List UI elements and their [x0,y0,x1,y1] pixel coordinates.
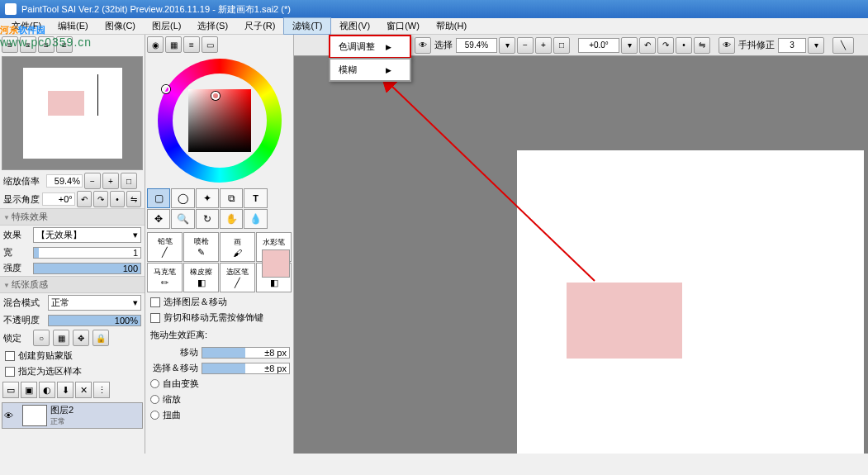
zoom-drop-btn[interactable]: ▾ [499,37,515,54]
navigator[interactable] [2,56,143,170]
color-wheel[interactable] [158,59,282,183]
select-move-row[interactable]: 选择图层＆移动 [145,294,293,310]
align-btn4[interactable]: ≡ [56,36,73,53]
hue-cursor[interactable] [162,85,170,93]
new-mask-btn[interactable]: ◐ [39,382,55,398]
tb-zoom-out[interactable]: − [517,37,534,54]
clip-assign-checkbox[interactable] [5,367,15,377]
tb-zoom-fit[interactable]: □ [553,37,570,54]
free-transform-row[interactable]: 自由变换 [145,376,293,392]
angle-input[interactable] [578,38,619,53]
opacity-slider[interactable]: 100% [48,315,141,326]
color-tab-2[interactable]: ▦ [165,36,182,53]
clip-create-row[interactable]: 创建剪贴蒙版 [0,348,145,363]
tool-wand[interactable]: ✦ [196,188,219,208]
layer-item[interactable]: 👁 图层2 正常 [2,402,143,429]
menu-ruler[interactable]: 尺子(R) [236,18,283,34]
menu-layer[interactable]: 图层(L) [144,18,189,34]
layer-misc-btn[interactable]: ⋮ [93,382,110,398]
scale-radio[interactable] [150,395,159,404]
rotate-radio[interactable] [150,411,159,420]
new-folder-btn[interactable]: ▣ [21,382,37,398]
move-slider[interactable]: ±8 px [202,347,290,359]
zoom-value[interactable]: 59.4% [46,174,83,188]
cut-move-row[interactable]: 剪切和移动无需按修饰键 [145,310,293,325]
align-left-btn[interactable]: ≡ [2,36,18,53]
color-tab-3[interactable]: ≡ [183,36,200,53]
brush-eraser[interactable]: 橡皮擦◧ [183,263,219,292]
tool-move[interactable]: ✥ [147,209,170,229]
tb-zoom-in[interactable]: + [535,37,552,54]
width-slider[interactable]: 1 [33,247,141,259]
menu-select[interactable]: 选择(S) [189,18,236,34]
clip-assign-row[interactable]: 指定为选区样本 [0,363,145,379]
clip-create-checkbox[interactable] [5,351,15,361]
tool-lasso[interactable]: ◯ [171,188,194,208]
eye-btn[interactable]: 👁 [415,37,431,54]
lock-none-btn[interactable]: ○ [33,330,50,346]
foreground-swatch[interactable] [262,249,290,278]
angle-reset-btn[interactable]: • [110,191,125,207]
zoom-out-btn[interactable]: − [84,173,101,189]
brush-selpen[interactable]: 选区笔╱ [220,263,255,292]
tool-rotate[interactable]: ↻ [196,209,219,229]
lock-pixel-btn[interactable]: ▦ [53,330,69,346]
brush-marker[interactable]: 马克笔✏ [147,263,183,292]
lock-move-btn[interactable]: ✥ [73,330,89,346]
stabilize-input[interactable] [778,38,806,53]
filter-blur-item[interactable]: 模糊 ▶ [330,59,410,80]
align-center-btn[interactable]: ≡ [20,36,36,53]
menu-edit[interactable]: 编辑(E) [50,18,97,34]
color-tab-1[interactable]: ◉ [147,36,164,53]
align-right-btn[interactable]: ≡ [38,36,55,53]
texture-header[interactable]: 纸张质感 [0,276,145,293]
tb-eye2[interactable]: 👁 [719,37,735,54]
angle-cw-btn[interactable]: ↷ [93,191,108,207]
menu-file[interactable]: 文件(F) [3,18,50,34]
free-radio[interactable] [150,379,159,388]
scale-row[interactable]: 缩放 [145,392,293,407]
menu-help[interactable]: 帮助(H) [428,18,475,34]
zoom-input[interactable] [456,38,497,53]
tool-eyedrop[interactable]: 💧 [244,209,267,229]
brush-paint[interactable]: 画🖌 [220,232,255,262]
color-tab-4[interactable]: ▭ [202,36,218,53]
brush-airbrush[interactable]: 喷枪✎ [183,232,219,262]
filter-tone-item[interactable]: 色调调整 ▶ [330,36,410,57]
angle-value[interactable]: +0° [42,192,75,206]
zoom-in-btn[interactable]: + [102,173,119,189]
tool-hand[interactable]: ✋ [220,209,243,229]
line-mode-btn[interactable]: ╲ [832,37,854,54]
effect-dropdown[interactable]: 【无效果】 ▾ [33,227,141,243]
rotate-row[interactable]: 扭曲 [145,407,293,423]
angle-ccw-btn[interactable]: ↶ [77,191,92,207]
new-layer-btn[interactable]: ▭ [2,382,19,398]
lock-all-btn[interactable]: 🔒 [92,330,109,346]
angle-drop-btn[interactable]: ▾ [621,37,638,54]
tool-text[interactable]: T [244,188,267,208]
tb-angle-ccw[interactable]: ↶ [639,37,656,54]
cut-move-checkbox[interactable] [150,313,160,323]
tb-angle-cw[interactable]: ↷ [657,37,674,54]
color-square[interactable] [188,89,251,152]
tool-marquee[interactable]: ▢ [147,188,170,208]
delete-layer-btn[interactable]: ✕ [75,382,92,398]
layer-visibility-icon[interactable]: 👁 [4,411,19,420]
sv-cursor[interactable] [211,92,220,100]
menu-filter[interactable]: 滤镜(T) [283,17,331,35]
flip-btn[interactable]: ⇋ [126,191,141,207]
menu-image[interactable]: 图像(C) [97,18,144,34]
select-move-checkbox[interactable] [150,297,160,307]
tb-angle-reset[interactable]: • [676,37,692,54]
tool-zoom[interactable]: 🔍 [171,209,194,229]
effects-header[interactable]: 特殊效果 [0,208,145,226]
menu-view[interactable]: 视图(V) [331,18,378,34]
tb-flip[interactable]: ⇋ [694,37,710,54]
merge-down-btn[interactable]: ⬇ [57,382,74,398]
selmove-slider[interactable]: ±8 px [202,363,290,374]
menu-window[interactable]: 窗口(W) [378,18,428,34]
strength-slider[interactable]: 100 [33,263,141,274]
zoom-fit-btn[interactable]: □ [121,173,137,189]
stabilize-drop-btn[interactable]: ▾ [808,37,824,54]
blend-dropdown[interactable]: 正常 ▾ [48,295,141,311]
